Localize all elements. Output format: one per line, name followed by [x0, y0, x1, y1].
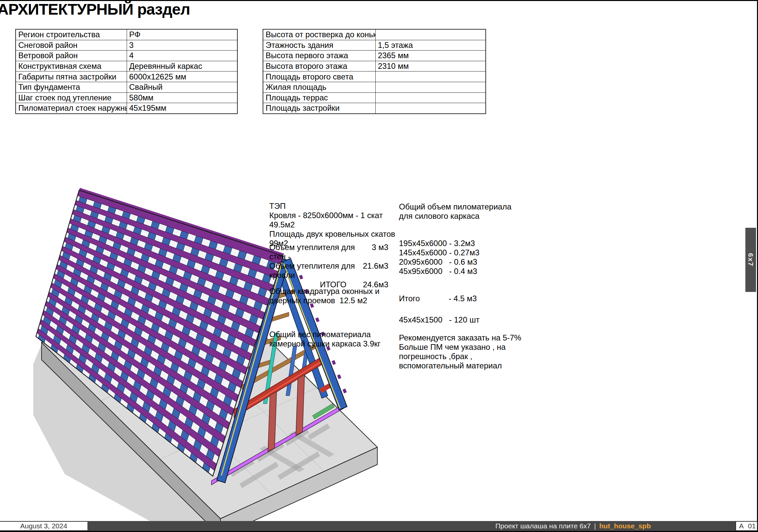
insulation-roof-row: Объем утеплителя для кровли 21.6м3	[269, 261, 388, 280]
page-tab-label: 6x7	[747, 253, 755, 267]
lumber-item: 45x95x6000 - 0.4 м3	[399, 267, 479, 276]
tep-block: ТЭП Кровля - 8250x6000мм - 1 скат 49.5м2…	[269, 201, 396, 248]
table-row: Габариты пятна застройки6000x12625 мм	[16, 71, 237, 82]
table-row: Высота второго этажа2310 мм	[263, 61, 486, 71]
account-name: hut_house_spb	[599, 522, 651, 530]
table-row: Ветровой район4	[16, 51, 237, 61]
param-value: 6000x12625 мм	[127, 71, 237, 82]
table-row: Жилая площадь	[263, 82, 486, 92]
lumber-total: Итого - 4.5 м3	[399, 294, 477, 303]
param-value: 1,5 этажа	[375, 40, 486, 51]
param-value	[375, 82, 486, 92]
lumber-weight-text: Общий вес пиломатериала камерной сушки к…	[269, 330, 395, 348]
param-label: Габариты пятна застройки	[16, 71, 127, 82]
footer-bar: Проект шалаша на плите 6x7 | hut_house_s…	[87, 521, 735, 531]
param-value: 4	[127, 51, 237, 61]
table-row: Площадь застройки	[263, 103, 486, 114]
table-row: Этажность здания1,5 этажа	[263, 40, 486, 51]
param-label: Конструктивная схема	[16, 61, 127, 71]
building-dimensions-table: Высота от ростверка до конькаЭтажность з…	[263, 29, 486, 114]
param-label: Площадь террас	[263, 92, 375, 103]
param-label: Этажность здания	[263, 40, 375, 51]
table-row: Конструктивная схемаДеревянный каркас	[16, 61, 237, 71]
param-label: Тип фундамента	[16, 82, 127, 92]
param-label: Площадь второго света	[263, 71, 375, 82]
table-row: Высота первого этажа2365 мм	[263, 51, 486, 61]
table-row: Пиломатериал стоек наружных45x195мм	[16, 103, 237, 114]
insulation-walls-row: Объем утеплителя для стен - 3 м3	[269, 243, 388, 261]
lumber-item: 195x45x6000 - 3.2м3	[399, 239, 479, 248]
param-label: Ветровой район	[16, 51, 127, 61]
param-value: 45x195мм	[127, 103, 237, 114]
param-value: РФ	[127, 29, 237, 40]
param-value	[375, 71, 486, 82]
table-row: Площадь террас	[263, 92, 486, 103]
openings-area-text: Общая квадратура оконных и дверных проем…	[269, 287, 396, 305]
tep-heading: ТЭП	[269, 201, 396, 211]
project-title: Проект шалаша на плите 6x7 | hut_house_s…	[495, 521, 651, 531]
param-label: Снеговой район	[16, 40, 127, 51]
sheet-letter-cell: A	[735, 521, 747, 531]
param-label: Пиломатериал стоек наружных	[16, 103, 127, 114]
drawing-sheet: { "page": { "title": "АРХИТЕКТУРНЫЙ разд…	[0, 0, 758, 532]
param-value: 2365 мм	[375, 51, 486, 61]
lumber-items-list: 195x45x6000 - 3.2м3145x45x6000 - 0.27м32…	[399, 239, 479, 276]
param-label: Регион строительства	[16, 29, 127, 40]
date-cell: August 3, 2024	[0, 521, 88, 531]
param-value	[375, 92, 486, 103]
param-label: Площадь застройки	[263, 103, 375, 114]
table-row: Шаг стоек под утепление580мм	[16, 92, 237, 103]
param-label: Шаг стоек под утепление	[16, 92, 127, 103]
param-label: Высота первого этажа	[263, 51, 375, 61]
table-row: Регион строительстваРФ	[16, 29, 237, 40]
project-name: Проект шалаша на плите 6x7	[495, 522, 591, 530]
title-bar: August 3, 2024 Проект шалаша на плите 6x…	[0, 521, 758, 531]
tep-roof-line: Кровля - 8250x6000мм - 1 скат 49.5м2	[269, 211, 396, 229]
param-label: Высота от ростверка до конька	[263, 29, 375, 40]
table-row: Тип фундаментаСвайный	[16, 82, 237, 92]
lumber-heading: Общий объем пиломатериала для силового к…	[399, 202, 519, 221]
param-label: Высота второго этажа	[263, 61, 375, 71]
param-value: Деревянный каркас	[127, 61, 237, 71]
table-row: Площадь второго света	[263, 71, 486, 82]
table-row: Снеговой район3	[16, 40, 237, 51]
param-value	[375, 29, 486, 40]
sheet-number-cell: 01	[747, 521, 758, 531]
lumber-item: 20x95x6000 - 0.6 м3	[399, 257, 479, 267]
page-tab-6x7: 6x7	[745, 228, 756, 292]
construction-params-table: Регион строительстваРФСнеговой район3Вет…	[15, 29, 238, 114]
param-value: 3	[127, 40, 237, 51]
param-value: 580мм	[127, 92, 237, 103]
param-value	[375, 103, 486, 114]
table-row: Высота от ростверка до конька	[263, 29, 486, 40]
lumber-order-note: Рекомендуется заказать на 5-7% Больше ПМ…	[399, 333, 531, 370]
insulation-block: Объем утеплителя для стен - 3 м3 Объем у…	[269, 243, 388, 289]
lumber-item: 145x45x6000 - 0.27м3	[399, 248, 479, 257]
page-title: АРХИТЕКТУРНЫЙ раздел	[0, 0, 190, 18]
param-value: Свайный	[127, 82, 237, 92]
param-value: 2310 мм	[375, 61, 486, 71]
param-label: Жилая площадь	[263, 82, 375, 92]
separator: |	[594, 522, 596, 530]
lumber-bars: 45x45x1500 - 120 шт	[399, 315, 479, 325]
